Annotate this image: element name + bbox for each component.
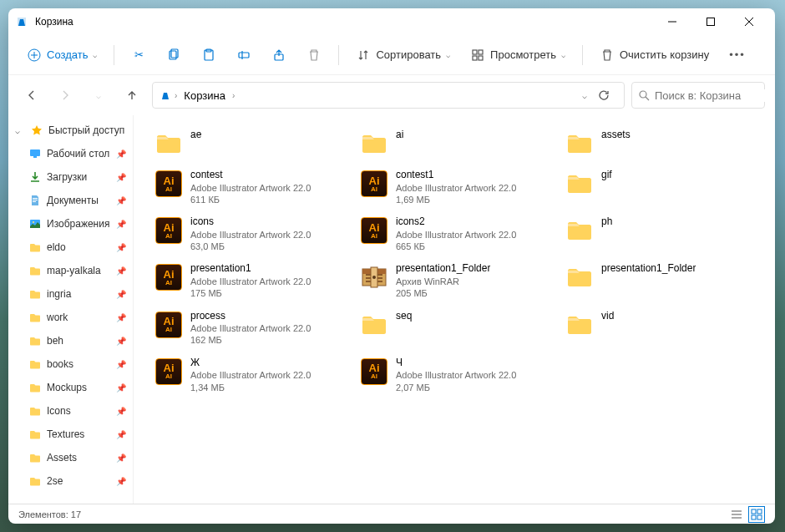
sidebar-item[interactable]: Загрузки📌 [8, 165, 133, 189]
sidebar-item-label: ingria [47, 288, 71, 300]
file-list[interactable]: aeaiassetsAiAIcontestAdobe Illustrator A… [134, 115, 775, 504]
svg-rect-33 [752, 515, 756, 519]
empty-recycle-button[interactable]: Очистить корзину [591, 42, 717, 68]
folder-item[interactable]: ai [356, 125, 553, 162]
new-label: Создать [47, 48, 88, 61]
breadcrumb[interactable]: › Корзина › ⌵ [152, 82, 625, 109]
file-item[interactable]: AiAIcontestAdobe Illustrator Artwork 22.… [150, 165, 347, 209]
folder-item[interactable]: vid [561, 307, 758, 350]
sidebar-item[interactable]: Assets📌 [8, 446, 133, 469]
sidebar-item[interactable]: Документы📌 [8, 189, 133, 212]
folder-icon [28, 404, 42, 418]
pin-icon: 📌 [116, 196, 126, 205]
folder-icon [28, 241, 42, 254]
sidebar-item[interactable]: eldo📌 [8, 236, 133, 259]
sidebar-item[interactable]: books📌 [8, 352, 133, 376]
folder-item[interactable]: assets [561, 125, 758, 162]
close-button[interactable] [730, 8, 768, 35]
file-size: 665 КБ [396, 241, 516, 252]
up-button[interactable] [119, 82, 145, 109]
sidebar-item[interactable]: Mockups📌 [8, 376, 133, 399]
paste-button[interactable] [193, 42, 225, 68]
cut-button[interactable]: ✂ [123, 42, 154, 68]
item-name: ae [190, 129, 201, 142]
view-label: Просмотреть [490, 48, 556, 61]
file-size: 1,34 МБ [190, 382, 311, 393]
item-name: contest1 [396, 169, 516, 182]
copy-button[interactable] [158, 42, 190, 68]
file-item[interactable]: AiAIcontest1Adobe Illustrator Artwork 22… [356, 165, 553, 209]
sidebar-item[interactable]: Icons📌 [8, 399, 133, 423]
item-name: presentation1 [190, 262, 311, 276]
file-item[interactable]: AiAIЧAdobe Illustrator Artwork 22.02,07 … [356, 353, 553, 397]
item-name: assets [601, 129, 631, 142]
folder-item[interactable]: gif [561, 165, 758, 209]
file-item[interactable]: AiAIЖAdobe Illustrator Artwork 22.01,34 … [150, 353, 347, 397]
chevron-down-icon: ⌵ [446, 51, 450, 59]
maximize-button[interactable] [691, 8, 730, 35]
illustrator-icon: AiAI [359, 169, 389, 199]
sidebar-item[interactable]: Рабочий стол📌 [8, 142, 133, 165]
pin-icon: 📌 [116, 477, 126, 486]
file-size: 611 КБ [190, 194, 311, 205]
sidebar-item[interactable]: beh📌 [8, 329, 133, 352]
file-item[interactable]: AiAIpresentation1Adobe Illustrator Artwo… [150, 259, 347, 302]
thumbnails-view-button[interactable] [748, 506, 765, 523]
minimize-button[interactable] [653, 8, 691, 35]
sidebar-item-label: Документы [47, 195, 99, 206]
file-item[interactable]: AiAIiconsAdobe Illustrator Artwork 22.06… [150, 212, 347, 256]
sidebar-item[interactable]: Изображения📌 [8, 212, 133, 236]
sort-button[interactable]: Сортировать ⌵ [347, 42, 458, 68]
recent-button[interactable]: ⌵ [85, 82, 112, 109]
folder-item[interactable]: seq [356, 307, 553, 350]
empty-label: Очистить корзину [620, 48, 709, 61]
refresh-button[interactable] [590, 82, 617, 109]
view-button[interactable]: Просмотреть ⌵ [462, 42, 574, 68]
back-button[interactable] [18, 82, 45, 109]
folder-item[interactable]: ae [150, 125, 347, 162]
svg-rect-15 [479, 50, 483, 54]
more-button[interactable]: ••• [721, 42, 754, 68]
file-item[interactable]: AiAIprocessAdobe Illustrator Artwork 22.… [150, 307, 347, 350]
chevron-down-icon[interactable]: ⌵ [582, 91, 587, 100]
breadcrumb-segment[interactable]: Корзина [180, 88, 229, 104]
folder-icon [28, 287, 42, 301]
sidebar-item[interactable]: ingria📌 [8, 282, 133, 306]
folder-icon [28, 357, 42, 371]
folder-icon [565, 310, 595, 340]
file-item[interactable]: AiAIicons2Adobe Illustrator Artwork 22.0… [356, 212, 553, 256]
sidebar-item[interactable]: map-yalkala📌 [8, 259, 133, 282]
file-item[interactable]: presentation1_FolderАрхив WinRAR205 МБ [356, 259, 553, 302]
forward-button[interactable] [52, 82, 78, 109]
search-icon [639, 90, 650, 101]
illustrator-icon: AiAI [154, 169, 184, 199]
sidebar-item-label: books [47, 358, 73, 370]
details-view-button[interactable] [728, 506, 745, 523]
search-input[interactable] [655, 89, 775, 102]
rename-button[interactable] [228, 42, 260, 68]
folder-icon [565, 215, 595, 246]
sidebar-quick-access[interactable]: ⌵ Быстрый доступ [8, 119, 133, 142]
file-type: Архив WinRAR [396, 276, 490, 287]
item-name: process [190, 310, 311, 323]
delete-button[interactable] [298, 42, 330, 68]
recycle-bin-icon [15, 15, 28, 28]
item-name: presentation1_Folder [396, 262, 490, 276]
sidebar-item[interactable]: Textures📌 [8, 423, 133, 446]
search-box[interactable] [631, 82, 765, 109]
sidebar-item[interactable]: 2se📌 [8, 469, 133, 493]
item-name: ai [396, 129, 403, 142]
sidebar-item-label: Быстрый доступ [48, 124, 124, 136]
folder-item[interactable]: presentation1_Folder [561, 259, 758, 302]
sidebar-item[interactable]: work📌 [8, 306, 133, 329]
svg-rect-31 [752, 509, 756, 514]
sidebar-item-label: Рабочий стол [47, 148, 109, 160]
explorer-window: Корзина Создать ⌵ ✂ Сортировать ⌵ Просмо… [8, 8, 775, 524]
folder-icon [28, 451, 42, 464]
file-size: 63,0 МБ [190, 241, 311, 252]
sort-icon [356, 48, 371, 63]
new-button[interactable]: Создать ⌵ [18, 42, 105, 68]
folder-item[interactable]: ph [561, 212, 758, 256]
share-button[interactable] [263, 42, 295, 68]
separator [338, 45, 339, 65]
